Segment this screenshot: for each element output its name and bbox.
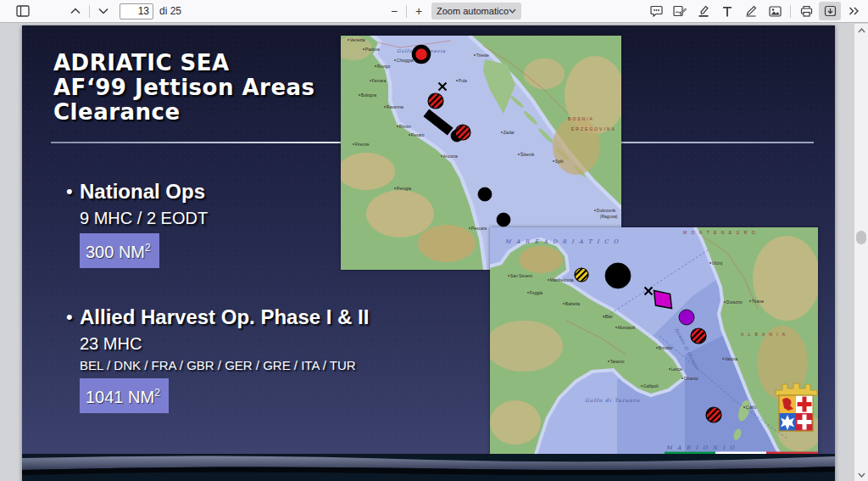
page-number-input[interactable] [120,3,153,20]
bullet-dot: • [39,181,80,268]
add-image-icon[interactable] [764,2,786,20]
more-tools-icon[interactable] [843,2,865,20]
city-label: Otranto [684,376,698,381]
city-label: Trieste [476,53,489,58]
area-marker [478,187,492,201]
comment-icon[interactable] [645,2,667,20]
city-label: Ancona [443,154,458,159]
city-label: Lecce [671,366,683,372]
city-label: Venezia [350,37,365,42]
sea-label: Golfo di Taranto [585,397,640,403]
map-south-adriatic: San SeveroFoggiaManfredoniaBarlettaBariM… [490,227,818,455]
bullet-national-ops: • National Ops 9 MHC / 2 EODT 300 NM2 [39,181,208,268]
zoom-select[interactable]: Zoom automatico [431,3,521,20]
bullet-title: Allied Harvest Op. Phase I & II [80,306,369,328]
bullet-nations: BEL / DNK / FRA / GBR / GER / GRE / ITA … [80,358,369,372]
page-down-icon[interactable] [92,2,114,20]
city-label: Brindisi [659,345,672,350]
pdf-viewer-area: ADRIATIC SEA AF‘99 Jettison Areas Cleara… [0,24,854,481]
slide-title: ADRIATIC SEA AF‘99 Jettison Areas Cleara… [53,51,315,125]
city-label: Durazzo [726,299,743,305]
region-label: A L B A N I A [741,332,787,337]
city-label: Zadar [504,130,515,135]
draw-icon[interactable] [740,2,762,20]
slide-title-line: AF‘99 Jettison Areas [53,76,315,100]
city-label: Gallipoli [643,383,659,389]
city-label: Pescara [471,226,487,231]
area-marker [605,263,631,288]
city-label: Corfù [746,405,756,410]
italian-navy-crest [776,383,817,431]
city-label: Rovigo [377,64,391,69]
scroll-down-icon[interactable] [854,468,868,481]
slide-page: ADRIATIC SEA AF‘99 Jettison Areas Cleara… [22,25,835,481]
city-label: Split [555,159,564,164]
city-label: Ferrara [372,78,387,83]
city-label: Perugia [397,186,411,191]
city-label: Bologna [361,92,377,98]
city-label: Dubrovnik [597,208,616,213]
city-label: Chioggia [397,58,414,63]
page-count-label: di 25 [159,5,181,17]
city-label: Pesaro [411,132,425,137]
sidebar-toggle-icon[interactable] [12,2,34,20]
city-label: Bari [605,314,613,319]
city-label: Valona [725,356,737,361]
region-label: M O N T E N E G R O [683,230,757,235]
print-icon[interactable] [795,2,817,20]
city-label: Monopoli [618,325,635,330]
area-marker [706,407,721,422]
city-label: Šibenik [520,152,535,157]
city-label: Foggia [530,290,543,295]
city-label: Ulcinj [712,260,722,266]
area-marker [654,291,672,309]
area-marker [455,125,470,140]
zoom-out-button[interactable]: − [385,2,403,20]
scrollbar-thumb[interactable] [856,231,866,244]
area-marker [414,47,429,62]
city-label: Tirana [752,299,764,304]
city-label: San Severo [510,273,532,278]
city-label: Taranto [610,359,625,364]
bullet-subline: 23 MHC [80,334,369,353]
highlight-icon[interactable] [693,2,715,20]
area-highlight: 300 NM2 [80,233,159,268]
city-label: Firenze [355,142,370,147]
slide-title-line: ADRIATIC SEA [53,51,315,76]
bullet-subline: 9 MHC / 2 EODT [80,209,208,227]
city-label: Manfredonia [550,277,574,282]
region-label: ERZEGOVINA [571,126,616,131]
area-marker [497,213,510,227]
bullet-dot: • [39,306,80,413]
scroll-up-icon[interactable] [854,24,868,36]
city-label: Padova [365,47,380,52]
chevron-down-icon [509,8,516,14]
save-icon[interactable] [819,2,841,20]
city-label: Rimini [399,124,411,129]
text-tool-icon[interactable] [716,2,738,20]
sea-label: M A R E A D R I A T I C O [505,238,620,245]
area-marker [575,268,588,282]
region-label: BOSNIA [568,116,594,121]
bullet-allied-harvest: • Allied Harvest Op. Phase I & II 23 MHC… [39,306,369,413]
signature-icon[interactable] [669,2,691,20]
city-label: Barletta [565,301,580,306]
area-marker [679,310,694,325]
city-label: Pula [459,78,467,83]
vertical-scrollbar[interactable] [854,24,868,481]
slide-title-line: Clearance [53,100,315,125]
slide-footer-wave [22,454,835,481]
area-marker [691,328,706,344]
bullet-title: National Ops [80,181,208,203]
pdf-toolbar: di 25 − + Zoom automatico [0,0,868,23]
zoom-in-button[interactable]: + [409,2,428,20]
page-up-icon[interactable] [64,2,86,20]
city-label: (Ragusa) [600,214,618,219]
sea-label: M A R I O N I O [666,445,736,451]
zoom-select-label: Zoom automatico [437,6,509,16]
area-highlight: 1041 NM2 [80,378,169,413]
area-marker [428,93,443,109]
city-label: Ravenna [387,104,403,109]
